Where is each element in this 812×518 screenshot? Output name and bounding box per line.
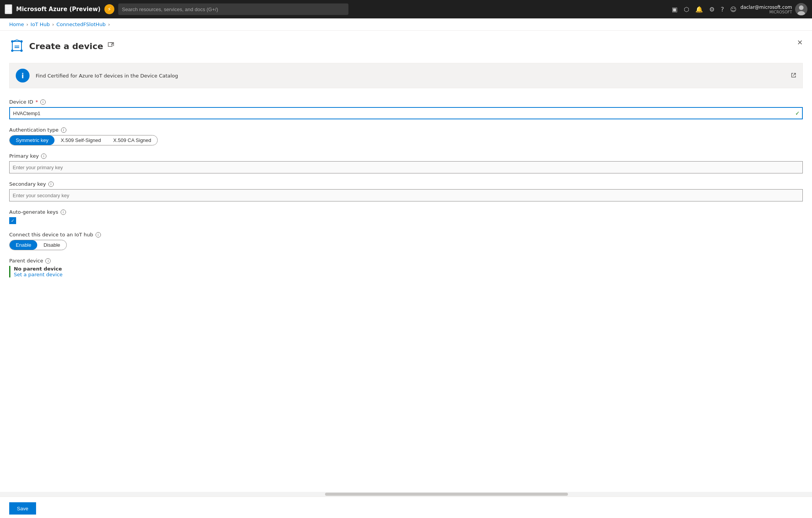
parent-device-bar: [9, 266, 10, 277]
device-id-label: Device ID * i: [9, 99, 803, 105]
required-marker: *: [35, 99, 38, 105]
parent-device-content: No parent device Set a parent device: [9, 266, 803, 277]
primary-key-label: Primary key i: [9, 153, 803, 159]
auth-type-toggle: Symmetric key X.509 Self-Signed X.509 CA…: [9, 135, 158, 145]
device-id-input-wrapper: ✓: [9, 107, 803, 119]
preview-badge: ⚡: [104, 4, 114, 14]
lightning-icon: ⚡: [107, 6, 111, 12]
feedback-icon[interactable]: ☺: [730, 6, 737, 13]
top-navigation: ☰ Microsoft Azure (Preview) ⚡ ▣ ⬡ 🔔 ⚙ ? …: [0, 0, 812, 18]
page-title: Create a device: [29, 41, 103, 51]
terminal-icon[interactable]: ▣: [672, 6, 678, 13]
auto-generate-label: Auto-generate keys i: [9, 209, 803, 215]
hamburger-menu[interactable]: ☰: [5, 4, 12, 14]
connect-hub-section: Connect this device to an IoT hub i Enab…: [9, 232, 803, 250]
device-id-info-icon[interactable]: i: [40, 99, 46, 105]
breadcrumb-hub-name[interactable]: ConnectedFSlotHub: [56, 21, 106, 27]
connect-hub-label: Connect this device to an IoT hub i: [9, 232, 803, 238]
scrollbar-thumb[interactable]: [325, 493, 568, 496]
info-letter: i: [21, 72, 24, 80]
nav-icons-group: ▣ ⬡ 🔔 ⚙ ? ☺: [672, 6, 737, 13]
info-banner: i Find Certified for Azure IoT devices i…: [9, 63, 803, 88]
set-parent-device-link[interactable]: Set a parent device: [14, 272, 63, 277]
main-content: ✕ Create a device: [0, 31, 812, 510]
notifications-icon[interactable]: 🔔: [695, 6, 703, 13]
device-id-section: Device ID * i ✓: [9, 99, 803, 119]
auto-generate-section: Auto-generate keys i ✓: [9, 209, 803, 224]
user-org: MICROSOFT: [769, 10, 792, 14]
header-actions: [108, 42, 114, 50]
search-input[interactable]: [118, 3, 348, 15]
primary-key-info-icon[interactable]: i: [41, 153, 46, 159]
auth-symmetric-key[interactable]: Symmetric key: [10, 135, 54, 145]
connect-hub-toggle: Enable Disable: [9, 240, 67, 250]
breadcrumb-sep-2: ›: [52, 21, 54, 27]
auth-type-section: Authentication type i Symmetric key X.50…: [9, 127, 803, 145]
save-button[interactable]: Save: [9, 502, 36, 510]
secondary-key-info-icon[interactable]: i: [48, 181, 54, 187]
auto-generate-checkbox[interactable]: ✓: [9, 217, 16, 224]
check-icon: ✓: [795, 110, 800, 116]
info-banner-text: Find Certified for Azure IoT devices in …: [36, 73, 785, 79]
close-button[interactable]: ✕: [797, 38, 803, 47]
footer: Save: [0, 497, 812, 510]
connect-hub-disable[interactable]: Disable: [37, 240, 66, 250]
svg-point-5: [11, 40, 13, 43]
checkmark-icon: ✓: [11, 218, 14, 223]
help-icon[interactable]: ?: [721, 6, 724, 13]
parent-device-info-icon[interactable]: i: [45, 258, 51, 264]
parent-device-value: No parent device: [14, 266, 803, 272]
page-icon: [9, 38, 25, 54]
svg-line-10: [793, 73, 795, 76]
parent-device-section: Parent device i No parent device Set a p…: [9, 258, 803, 277]
breadcrumb-sep-3: ›: [108, 21, 110, 27]
svg-point-1: [799, 5, 804, 10]
bottom-scrollbar[interactable]: [0, 492, 812, 497]
svg-point-6: [20, 40, 23, 43]
primary-key-input[interactable]: [9, 161, 803, 173]
secondary-key-input[interactable]: [9, 189, 803, 201]
external-link-icon[interactable]: [791, 73, 796, 79]
portal-title: Microsoft Azure (Preview): [16, 6, 101, 13]
primary-key-section: Primary key i: [9, 153, 803, 173]
breadcrumb-iot-hub[interactable]: IoT Hub: [31, 21, 50, 27]
secondary-key-label: Secondary key i: [9, 181, 803, 187]
auto-generate-info-icon[interactable]: i: [61, 210, 66, 215]
breadcrumb: Home › IoT Hub › ConnectedFSlotHub ›: [0, 18, 812, 31]
info-icon: i: [16, 69, 30, 82]
breadcrumb-sep-1: ›: [26, 21, 28, 27]
parent-device-label: Parent device i: [9, 258, 803, 264]
page-header: Create a device: [9, 38, 803, 54]
svg-point-8: [11, 49, 13, 52]
breadcrumb-home[interactable]: Home: [9, 21, 24, 27]
connect-hub-enable[interactable]: Enable: [10, 240, 37, 250]
svg-point-7: [20, 49, 23, 52]
secondary-key-section: Secondary key i: [9, 181, 803, 201]
open-in-new-button[interactable]: [108, 42, 114, 50]
auth-type-info-icon[interactable]: i: [61, 127, 66, 133]
auto-generate-checkbox-container: ✓: [9, 217, 803, 224]
user-info[interactable]: daclar@microsoft.com MICROSOFT: [740, 3, 807, 15]
auth-x509-ca-signed[interactable]: X.509 CA Signed: [107, 135, 157, 145]
cloud-shell-icon[interactable]: ⬡: [684, 6, 689, 13]
connect-hub-info-icon[interactable]: i: [96, 232, 101, 238]
auth-type-label: Authentication type i: [9, 127, 803, 133]
avatar[interactable]: [795, 3, 807, 15]
device-id-input[interactable]: [9, 107, 803, 119]
settings-icon[interactable]: ⚙: [709, 6, 715, 13]
user-email: daclar@microsoft.com: [740, 5, 792, 10]
auth-x509-self-signed[interactable]: X.509 Self-Signed: [54, 135, 107, 145]
